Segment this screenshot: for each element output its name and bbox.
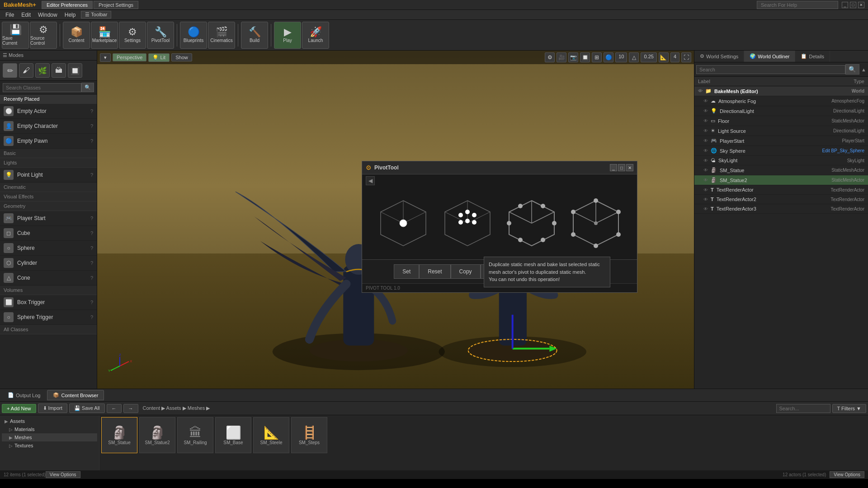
toolbar-toggle[interactable]: ☰ Toolbar bbox=[81, 11, 111, 19]
visibility-icon[interactable]: 👁 bbox=[703, 197, 708, 202]
list-item[interactable]: 👤 Empty Character ? bbox=[0, 119, 97, 134]
mode-geometry[interactable]: 🔲 bbox=[68, 63, 82, 78]
category-recently-placed[interactable]: Recently Placed bbox=[0, 94, 97, 104]
category-basic[interactable]: Basic bbox=[0, 149, 97, 158]
cube-2[interactable] bbox=[440, 196, 495, 250]
item-help-icon[interactable]: ? bbox=[90, 123, 93, 129]
pivot-nav-left[interactable]: ◀ bbox=[366, 176, 375, 185]
mode-paint[interactable]: 🖌 bbox=[19, 63, 33, 78]
lit-button[interactable]: 💡 Lit bbox=[148, 53, 170, 62]
outliner-item[interactable]: 👁 ☀ Light Source DirectionalLight bbox=[694, 126, 868, 136]
vp-fullscreen-icon[interactable]: ⛶ bbox=[681, 52, 691, 62]
blueprints-button[interactable]: 🔵 Blueprints bbox=[180, 22, 207, 49]
save-current-button[interactable]: 💾 Save Current bbox=[2, 22, 29, 49]
menu-edit[interactable]: Edit bbox=[18, 12, 34, 18]
maximize-button[interactable]: □ bbox=[850, 2, 856, 8]
perspective-button[interactable]: Perspective bbox=[113, 53, 146, 61]
visibility-icon[interactable]: 👁 bbox=[703, 99, 708, 103]
list-item[interactable]: ⬡ Cylinder ? bbox=[0, 256, 97, 271]
list-item[interactable]: 🎮 Player Start ? bbox=[0, 211, 97, 226]
build-button[interactable]: 🔨 Build bbox=[241, 22, 268, 49]
list-item[interactable]: 🔵 Empty Pawn ? bbox=[0, 134, 97, 149]
add-new-button[interactable]: + Add New bbox=[2, 404, 36, 413]
outliner-item[interactable]: 👁 ☁ Atmospheric Fog AtmosphericFog bbox=[694, 96, 868, 106]
outliner-item[interactable]: 👁 T TextRenderActor3 TextRenderActor bbox=[694, 204, 868, 214]
view-options-right-button[interactable]: View Options bbox=[830, 471, 864, 478]
category-volumes[interactable]: Volumes bbox=[0, 286, 97, 295]
vp-icon-1[interactable]: ⚙ bbox=[545, 52, 555, 62]
set-button[interactable]: Set bbox=[394, 264, 419, 279]
item-help-icon[interactable]: ? bbox=[90, 275, 93, 281]
pt-close-button[interactable]: ✕ bbox=[626, 164, 633, 171]
vp-icon-6[interactable]: 🔵 bbox=[604, 52, 613, 62]
cinematics-button[interactable]: 🎬 Cinematics bbox=[208, 22, 235, 49]
settings-button[interactable]: ⚙ Settings bbox=[119, 22, 146, 49]
visibility-icon[interactable]: 👁 bbox=[703, 206, 708, 211]
category-lights[interactable]: Lights bbox=[0, 158, 97, 168]
cube-3[interactable] bbox=[505, 196, 559, 250]
menu-window[interactable]: Window bbox=[34, 12, 61, 18]
filter-button[interactable]: T Filters ▼ bbox=[832, 404, 866, 413]
outliner-item[interactable]: 👁 T TextRenderActor2 TextRenderActor bbox=[694, 195, 868, 204]
list-item[interactable]: △ Cone ? bbox=[0, 271, 97, 286]
list-item[interactable]: ○ Sphere ? bbox=[0, 241, 97, 256]
outliner-item[interactable]: 👁 🎮 PlayerStart PlayerStart bbox=[694, 136, 868, 146]
menu-file[interactable]: File bbox=[2, 12, 18, 18]
item-help-icon[interactable]: ? bbox=[90, 314, 93, 320]
asset-item[interactable]: 🪜 SM_Steps bbox=[291, 417, 327, 453]
view-options-left-button[interactable]: View Options bbox=[46, 471, 80, 478]
folder-materials[interactable]: ▷ Materials bbox=[2, 425, 97, 433]
asset-item[interactable]: ⬜ SM_Base bbox=[215, 417, 251, 453]
visibility-icon[interactable]: 👁 bbox=[703, 118, 708, 123]
visibility-icon[interactable]: 👁 bbox=[698, 89, 703, 94]
save-all-button[interactable]: 💾 Save All bbox=[69, 404, 105, 413]
tab-output-log[interactable]: 📄 Output Log bbox=[2, 390, 46, 400]
vp-icon-4[interactable]: 🔲 bbox=[580, 52, 590, 62]
close-button[interactable]: ✕ bbox=[858, 2, 864, 8]
mode-foliage[interactable]: 🌿 bbox=[35, 63, 50, 78]
mode-select[interactable]: ✏ bbox=[3, 63, 17, 78]
cube-4[interactable] bbox=[569, 196, 623, 250]
nav-back-button[interactable]: ← bbox=[107, 404, 122, 413]
source-control-button[interactable]: ⚙ Source Control bbox=[30, 22, 57, 49]
category-visual-effects[interactable]: Visual Effects bbox=[0, 192, 97, 202]
outliner-item[interactable]: 👁 🗿 SM_Statue StaticMeshActor bbox=[694, 165, 868, 175]
list-item[interactable]: 💡 Point Light ? bbox=[0, 168, 97, 183]
list-item[interactable]: ⬜ Box Trigger ? bbox=[0, 295, 97, 310]
category-cinematic[interactable]: Cinematic bbox=[0, 183, 97, 192]
category-geometry[interactable]: Geometry bbox=[0, 202, 97, 211]
pt-minimize-button[interactable]: _ bbox=[610, 164, 617, 171]
category-all-classes[interactable]: All Classes bbox=[0, 325, 97, 334]
vp-icon-5[interactable]: ⊞ bbox=[592, 52, 602, 62]
item-help-icon[interactable]: ? bbox=[90, 216, 93, 221]
item-help-icon[interactable]: ? bbox=[90, 230, 93, 236]
vp-icon-3[interactable]: 📷 bbox=[568, 52, 578, 62]
nav-forward-button[interactable]: → bbox=[123, 404, 138, 413]
visibility-icon[interactable]: 👁 bbox=[703, 188, 708, 192]
list-item[interactable]: ○ Sphere Trigger ? bbox=[0, 310, 97, 325]
asset-search-input[interactable] bbox=[776, 404, 830, 413]
outliner-item[interactable]: 👁 🌐 Sky Sphere Edit BP_Sky_Sphere bbox=[694, 146, 868, 156]
copy-button[interactable]: Copy bbox=[451, 264, 481, 279]
outliner-item-selected[interactable]: 👁 🗿 SM_Statue2 StaticMeshActor bbox=[694, 175, 868, 185]
asset-item[interactable]: 📐 SM_Steele bbox=[253, 417, 289, 453]
mode-landscape[interactable]: 🏔 bbox=[52, 63, 66, 78]
content-button[interactable]: 📦 Content bbox=[63, 22, 90, 49]
project-settings-tab[interactable]: Project Settings bbox=[94, 1, 138, 9]
outliner-sort-button[interactable]: ▲ bbox=[861, 67, 866, 72]
search-classes-button[interactable]: 🔍 bbox=[81, 83, 94, 92]
item-help-icon[interactable]: ? bbox=[90, 172, 93, 178]
tab-details[interactable]: 📋 Details bbox=[795, 51, 830, 62]
outliner-item[interactable]: 👁 ▭ Floor StaticMeshActor bbox=[694, 116, 868, 126]
outliner-search-input[interactable] bbox=[696, 65, 845, 74]
vp-icon-8[interactable]: 📐 bbox=[659, 52, 669, 62]
pt-maximize-button[interactable]: □ bbox=[618, 164, 625, 171]
outliner-item[interactable]: 👁 📁 BakeMesh (Editor) World bbox=[694, 86, 868, 96]
editor-preferences-tab[interactable]: Editor Preferences bbox=[42, 1, 93, 9]
search-classes-input[interactable] bbox=[3, 83, 81, 92]
tab-world-settings[interactable]: ⚙ World Settings bbox=[694, 51, 744, 62]
asset-item[interactable]: 🏛 SM_Railing bbox=[177, 417, 213, 453]
tab-world-outliner[interactable]: 🌍 World Outliner bbox=[744, 51, 795, 62]
marketplace-button[interactable]: 🏪 Marketplace bbox=[91, 22, 118, 49]
item-help-icon[interactable]: ? bbox=[90, 108, 93, 114]
